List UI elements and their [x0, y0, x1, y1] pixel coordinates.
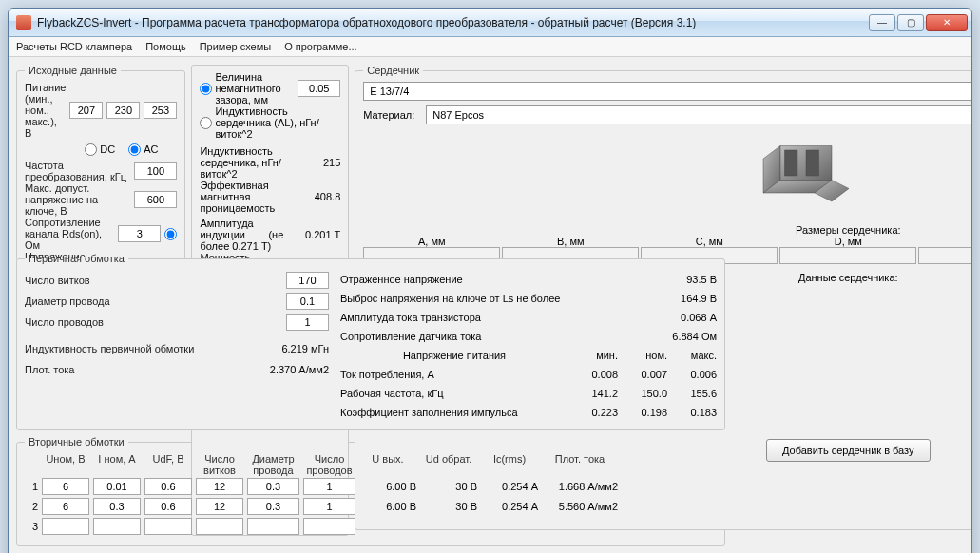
- sec-unom[interactable]: [42, 478, 89, 495]
- vmax-input[interactable]: [134, 191, 177, 208]
- maximize-button[interactable]: ▢: [897, 14, 924, 31]
- menu-help[interactable]: Помощь: [145, 41, 186, 52]
- sec-unom[interactable]: [42, 518, 89, 535]
- sec-udf[interactable]: [144, 498, 192, 515]
- perm-label: Эффективная магнитная проницаемость: [200, 180, 283, 214]
- vref-val: 93.5 В: [660, 274, 717, 285]
- perm-val: 408.8: [283, 191, 340, 202]
- w-input[interactable]: [286, 314, 329, 331]
- rcs-val: 6.884 Ом: [660, 331, 717, 342]
- b-label: Амплитуда индукции (не более 0.271 Т): [200, 218, 283, 252]
- dim-header: A, ммB, ммC, ммD, ммH, ммh, ммI, мм: [363, 236, 972, 247]
- supply-label: Питание (мин., ном., макс.), В: [25, 82, 66, 139]
- dc-radio[interactable]: DC: [85, 143, 115, 156]
- sec-d[interactable]: [247, 478, 299, 495]
- d-label: Диаметр провода: [25, 296, 282, 307]
- rcs-label: Сопротивление датчика тока: [340, 331, 660, 342]
- sec-d[interactable]: [247, 498, 299, 515]
- sec-unom[interactable]: [42, 498, 89, 515]
- menu-about[interactable]: О программе...: [284, 41, 356, 52]
- j-val: 2.370 А/мм2: [253, 364, 329, 375]
- minimize-button[interactable]: —: [869, 14, 895, 31]
- window-title: FlybackZCS-Invert - Программа расчета тр…: [37, 16, 869, 29]
- n-input[interactable]: [286, 272, 329, 289]
- dim-title: Размеры сердечника:: [363, 224, 972, 236]
- gap-opt2[interactable]: Индуктивность сердечника (AL), нГн/виток…: [200, 105, 340, 140]
- freq-input[interactable]: [134, 162, 177, 180]
- vspk-label: Выброс напряжения на ключе от Ls не боле…: [340, 293, 660, 304]
- app-icon: [16, 15, 31, 30]
- core-image: [754, 133, 858, 219]
- sec-n[interactable]: [196, 478, 243, 495]
- d-input[interactable]: [286, 293, 329, 310]
- sec-udf[interactable]: [144, 518, 192, 535]
- sec-inom[interactable]: [93, 518, 141, 535]
- group-input-legend: Исходные данные: [25, 65, 121, 76]
- supply-nom[interactable]: [106, 102, 140, 119]
- primary-legend: Первичная обмотка: [25, 253, 128, 264]
- fop-label: Рабочая частота, кГц: [340, 388, 568, 399]
- menu-example[interactable]: Пример схемы: [200, 41, 272, 52]
- core-legend: Сердечник: [363, 65, 423, 76]
- core-mat-select[interactable]: N87 Epcos: [426, 105, 972, 124]
- sec-udf[interactable]: [144, 478, 192, 495]
- menubar: Расчеты RCD клампера Помощь Пример схемы…: [9, 37, 971, 57]
- supply-max[interactable]: [144, 102, 177, 119]
- ac-radio[interactable]: AC: [128, 143, 158, 156]
- j-label: Плот. тока: [25, 364, 249, 375]
- b-val: 0.201 Т: [283, 229, 340, 240]
- dim-d: [779, 247, 916, 264]
- svg-marker-4: [806, 150, 819, 176]
- vspk-val: 164.9 В: [660, 293, 717, 304]
- group-primary: Первичная обмотка Число витков Диаметр п…: [16, 253, 725, 430]
- sec-w[interactable]: [303, 478, 355, 495]
- vref-label: Отраженное напряжение: [340, 274, 660, 285]
- sec-inom[interactable]: [93, 478, 141, 495]
- gap-input[interactable]: [298, 80, 340, 97]
- sec-n[interactable]: [196, 518, 243, 535]
- gap-opt1[interactable]: Величина немагнитного зазора, мм: [200, 71, 290, 105]
- rds-radio[interactable]: [164, 228, 177, 240]
- sec-inom[interactable]: [93, 498, 141, 515]
- app-window: FlybackZCS-Invert - Программа расчета тр…: [8, 8, 972, 553]
- sec-w[interactable]: [303, 518, 355, 535]
- rds-input[interactable]: [118, 225, 161, 242]
- mat-label: Материал:: [363, 109, 422, 121]
- rds-label: Сопротивление канала Rds(on), Ом: [25, 217, 114, 251]
- titlebar: FlybackZCS-Invert - Программа расчета тр…: [9, 9, 971, 37]
- core-type-select[interactable]: E 13/7/4: [363, 82, 972, 101]
- l-label: Индуктивность первичной обмотки: [25, 343, 249, 354]
- sec-d[interactable]: [247, 518, 299, 535]
- add-core-button[interactable]: Добавить сердечник в базу: [766, 439, 931, 462]
- freq-label: Частота преобразования, кГц: [25, 160, 130, 182]
- sec-n[interactable]: [196, 498, 243, 515]
- ind-label: Индуктивность сердечника, нГн/виток^2: [200, 145, 283, 180]
- supply-min[interactable]: [69, 102, 103, 119]
- dim-H: [918, 247, 972, 264]
- close-button[interactable]: ✕: [926, 14, 968, 31]
- svg-marker-3: [785, 150, 798, 176]
- ipk-label: Амплитуда тока транзистора: [340, 312, 660, 323]
- n-label: Число витков: [25, 275, 282, 286]
- menu-rcd[interactable]: Расчеты RCD клампера: [16, 41, 132, 52]
- secondary-legend: Вторичные обмотки: [25, 436, 128, 448]
- vtitle: Напряжение питания: [340, 350, 568, 361]
- sec-w[interactable]: [303, 498, 355, 515]
- vmax-label: Макс. допуст. напряжение на ключе, В: [25, 182, 130, 217]
- duty-label: Коэффициент заполнения импульса: [340, 407, 568, 418]
- iin-label: Ток потребления, А: [340, 369, 568, 380]
- ind-val: 215: [283, 157, 340, 168]
- ipk-val: 0.068 А: [660, 312, 717, 323]
- w-label: Число проводов: [25, 316, 282, 328]
- l-val: 6.219 мГн: [253, 343, 329, 354]
